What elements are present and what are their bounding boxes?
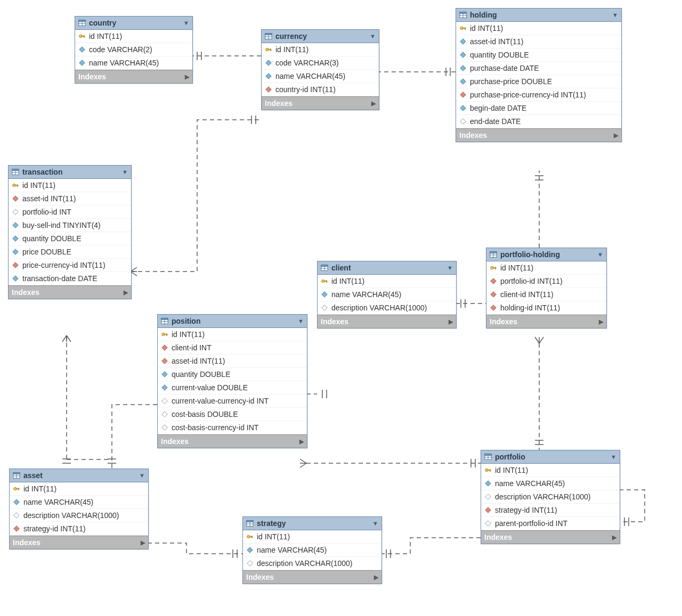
expand-icon[interactable]: ▶ bbox=[449, 318, 453, 325]
entity-country[interactable]: country▼id INT(11)code VARCHAR(2)name VA… bbox=[75, 16, 193, 84]
expand-icon[interactable]: ▶ bbox=[374, 574, 378, 581]
indexes-footer[interactable]: Indexes▶ bbox=[10, 536, 148, 549]
indexes-footer[interactable]: Indexes▶ bbox=[262, 96, 379, 110]
column-row[interactable]: asset-id INT(11) bbox=[456, 35, 621, 48]
column-row[interactable]: current-value-currency-id INT bbox=[158, 395, 307, 408]
expand-icon[interactable]: ▶ bbox=[614, 132, 618, 139]
collapse-icon[interactable]: ▼ bbox=[298, 318, 304, 324]
column-row[interactable]: name VARCHAR(45) bbox=[243, 544, 381, 557]
column-row[interactable]: purchase-date DATE bbox=[456, 62, 621, 75]
column-row[interactable]: portfolio-id INT(11) bbox=[486, 275, 606, 288]
column-row[interactable]: id INT(11) bbox=[486, 261, 606, 275]
collapse-icon[interactable]: ▼ bbox=[122, 169, 128, 175]
indexes-footer[interactable]: Indexes▶ bbox=[481, 530, 620, 544]
entity-header[interactable]: holding▼ bbox=[456, 9, 621, 22]
entity-header[interactable]: portfolio-holding▼ bbox=[486, 248, 606, 261]
entity-header[interactable]: portfolio▼ bbox=[481, 450, 620, 464]
column-row[interactable]: id INT(11) bbox=[9, 179, 131, 192]
column-row[interactable]: strategy-id INT(11) bbox=[10, 522, 148, 536]
collapse-icon[interactable]: ▼ bbox=[447, 265, 453, 271]
entity-transaction[interactable]: transaction▼id INT(11)asset-id INT(11)po… bbox=[8, 165, 132, 299]
column-row[interactable]: purchase-price DOUBLE bbox=[456, 75, 621, 88]
column-row[interactable]: name VARCHAR(45) bbox=[318, 288, 456, 301]
column-row[interactable]: client-id INT bbox=[158, 341, 307, 355]
entity-header[interactable]: currency▼ bbox=[262, 30, 379, 43]
entity-position[interactable]: position▼id INT(11)client-id INTasset-id… bbox=[157, 314, 307, 448]
column-row[interactable]: id INT(11) bbox=[318, 275, 456, 288]
column-row[interactable]: id INT(11) bbox=[10, 482, 148, 496]
column-row[interactable]: name VARCHAR(45) bbox=[262, 70, 379, 83]
column-row[interactable]: end-date DATE bbox=[456, 115, 621, 128]
entity-client[interactable]: client▼id INT(11)name VARCHAR(45)descrip… bbox=[317, 261, 457, 328]
collapse-icon[interactable]: ▼ bbox=[372, 520, 378, 527]
column-row[interactable]: current-value DOUBLE bbox=[158, 381, 307, 395]
column-row[interactable]: price-currency-id INT(11) bbox=[9, 259, 131, 272]
column-row[interactable]: name VARCHAR(45) bbox=[10, 496, 148, 509]
expand-icon[interactable]: ▶ bbox=[371, 100, 376, 107]
entity-currency[interactable]: currency▼id INT(11)code VARCHAR(3)name V… bbox=[261, 29, 379, 110]
indexes-footer[interactable]: Indexes▶ bbox=[486, 315, 606, 328]
entity-strategy[interactable]: strategy▼id INT(11)name VARCHAR(45)descr… bbox=[242, 516, 382, 584]
collapse-icon[interactable]: ▼ bbox=[597, 251, 603, 258]
expand-icon[interactable]: ▶ bbox=[299, 438, 304, 445]
column-row[interactable]: asset-id INT(11) bbox=[158, 355, 307, 368]
entity-portfolio-holding[interactable]: portfolio-holding▼id INT(11)portfolio-id… bbox=[486, 248, 607, 328]
column-row[interactable]: purchase-price-currency-id INT(11) bbox=[456, 88, 621, 102]
entity-portfolio[interactable]: portfolio▼id INT(11)name VARCHAR(45)desc… bbox=[481, 450, 620, 544]
column-row[interactable]: name VARCHAR(45) bbox=[481, 477, 620, 490]
column-row[interactable]: transaction-date DATE bbox=[9, 272, 131, 285]
entity-header[interactable]: client▼ bbox=[318, 261, 456, 275]
collapse-icon[interactable]: ▼ bbox=[370, 33, 376, 39]
entity-header[interactable]: position▼ bbox=[158, 315, 307, 328]
column-row[interactable]: description VARCHAR(1000) bbox=[481, 490, 620, 504]
column-row[interactable]: description VARCHAR(1000) bbox=[243, 557, 381, 570]
entity-header[interactable]: transaction▼ bbox=[9, 166, 131, 179]
column-row[interactable]: description VARCHAR(1000) bbox=[318, 301, 456, 315]
expand-icon[interactable]: ▶ bbox=[141, 539, 145, 546]
collapse-icon[interactable]: ▼ bbox=[139, 472, 145, 479]
column-row[interactable]: quantity DOUBLE bbox=[158, 368, 307, 381]
column-row[interactable]: portfolio-id INT bbox=[9, 206, 131, 219]
column-row[interactable]: buy-sell-ind TINYINT(4) bbox=[9, 219, 131, 232]
collapse-icon[interactable]: ▼ bbox=[612, 12, 618, 18]
column-row[interactable]: id INT(11) bbox=[243, 530, 381, 544]
entity-header[interactable]: country▼ bbox=[75, 17, 192, 30]
column-row[interactable]: parent-portfolio-id INT bbox=[481, 517, 620, 530]
column-row[interactable]: code VARCHAR(3) bbox=[262, 56, 379, 70]
collapse-icon[interactable]: ▼ bbox=[611, 454, 616, 460]
indexes-footer[interactable]: Indexes▶ bbox=[75, 70, 192, 83]
column-row[interactable]: cost-basis-currency-id INT bbox=[158, 421, 307, 434]
entity-header[interactable]: asset▼ bbox=[10, 469, 148, 482]
indexes-footer[interactable]: Indexes▶ bbox=[158, 434, 307, 448]
column-row[interactable]: begin-date DATE bbox=[456, 102, 621, 115]
column-row[interactable]: quantity DOUBLE bbox=[9, 232, 131, 245]
column-row[interactable]: asset-id INT(11) bbox=[9, 192, 131, 206]
expand-icon[interactable]: ▶ bbox=[599, 318, 603, 325]
indexes-footer[interactable]: Indexes▶ bbox=[9, 285, 131, 299]
column-row[interactable]: price DOUBLE bbox=[9, 245, 131, 259]
column-row[interactable]: holding-id INT(11) bbox=[486, 301, 606, 315]
column-row[interactable]: id INT(11) bbox=[75, 30, 192, 43]
expand-icon[interactable]: ▶ bbox=[612, 534, 616, 541]
column-row[interactable]: id INT(11) bbox=[481, 464, 620, 477]
expand-icon[interactable]: ▶ bbox=[185, 73, 189, 80]
collapse-icon[interactable]: ▼ bbox=[183, 20, 189, 26]
indexes-footer[interactable]: Indexes▶ bbox=[243, 570, 381, 584]
column-row[interactable]: name VARCHAR(45) bbox=[75, 56, 192, 70]
expand-icon[interactable]: ▶ bbox=[124, 289, 128, 296]
indexes-footer[interactable]: Indexes▶ bbox=[318, 315, 456, 328]
column-row[interactable]: cost-basis DOUBLE bbox=[158, 408, 307, 421]
column-row[interactable]: code VARCHAR(2) bbox=[75, 43, 192, 56]
entity-header[interactable]: strategy▼ bbox=[243, 517, 381, 530]
indexes-footer[interactable]: Indexes▶ bbox=[456, 128, 621, 142]
column-row[interactable]: id INT(11) bbox=[158, 328, 307, 341]
column-row[interactable]: country-id INT(11) bbox=[262, 83, 379, 96]
column-row[interactable]: description VARCHAR(1000) bbox=[10, 509, 148, 522]
entity-holding[interactable]: holding▼id INT(11)asset-id INT(11)quanti… bbox=[456, 8, 622, 142]
column-row[interactable]: id INT(11) bbox=[456, 22, 621, 35]
column-row[interactable]: strategy-id INT(11) bbox=[481, 504, 620, 517]
entity-asset[interactable]: asset▼id INT(11)name VARCHAR(45)descript… bbox=[9, 469, 149, 549]
column-row[interactable]: id INT(11) bbox=[262, 43, 379, 56]
column-row[interactable]: client-id INT(11) bbox=[486, 288, 606, 301]
column-row[interactable]: quantity DOUBLE bbox=[456, 48, 621, 62]
